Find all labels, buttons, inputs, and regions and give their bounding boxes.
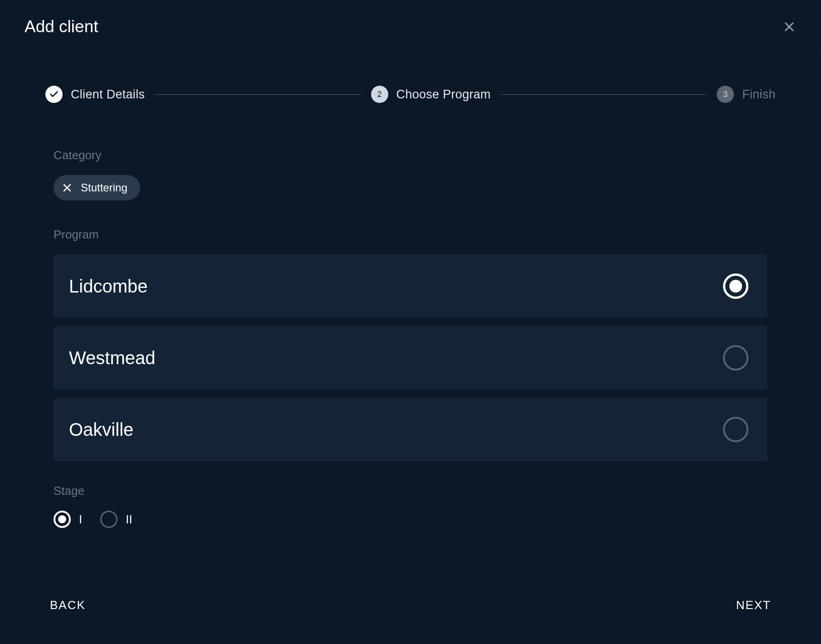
stage-options: I II [54,511,767,528]
program-option-lidcombe[interactable]: Lidcombe [54,254,767,318]
step-label: Client Details [71,88,145,102]
radio-selected-icon [54,511,71,528]
stage-text: I [79,512,82,527]
modal-body: Client Details 2 Choose Program 3 Finish… [0,54,821,580]
next-button[interactable]: NEXT [736,598,771,612]
radio-unselected-icon [100,511,117,528]
close-icon [62,182,73,193]
add-client-modal: Add client Client Details 2 Choose Progr… [0,0,821,644]
stage-text: II [126,512,132,527]
step-connector [501,94,707,95]
modal-title: Add client [24,17,98,36]
modal-header: Add client [0,0,821,54]
program-list: Lidcombe Westmead Oakville [54,254,767,461]
step-choose-program[interactable]: 2 Choose Program [371,86,491,103]
step-label: Finish [742,88,776,102]
step-client-details[interactable]: Client Details [45,86,145,103]
stage-option-two[interactable]: II [100,511,132,528]
close-icon [783,20,796,33]
step-circle-completed [45,86,63,103]
program-name: Westmead [69,348,155,368]
stage-section: Stage I II [54,484,767,528]
program-option-westmead[interactable]: Westmead [54,326,767,390]
step-finish[interactable]: 3 Finish [717,86,776,103]
program-name: Lidcombe [69,276,147,297]
step-connector [155,94,361,95]
category-chip[interactable]: Stuttering [54,175,140,200]
step-circle-pending: 3 [717,86,734,103]
radio-unselected-icon [723,417,748,442]
back-button[interactable]: BACK [50,598,86,612]
stage-option-one[interactable]: I [54,511,82,528]
program-label: Program [54,228,767,242]
stage-label: Stage [54,484,767,498]
category-label: Category [54,148,767,162]
radio-unselected-icon [723,345,748,371]
form-content: Category Stuttering Program Lidcombe Wes [45,148,776,562]
check-icon [49,89,59,99]
step-circle-active: 2 [371,86,388,103]
step-label: Choose Program [396,88,491,102]
modal-footer: BACK NEXT [0,580,821,644]
radio-selected-icon [723,273,748,299]
program-name: Oakville [69,420,133,440]
stepper: Client Details 2 Choose Program 3 Finish [45,86,776,103]
program-option-oakville[interactable]: Oakville [54,398,767,461]
close-button[interactable] [780,18,798,36]
chip-label: Stuttering [81,181,127,194]
chip-remove-button[interactable] [62,182,73,193]
